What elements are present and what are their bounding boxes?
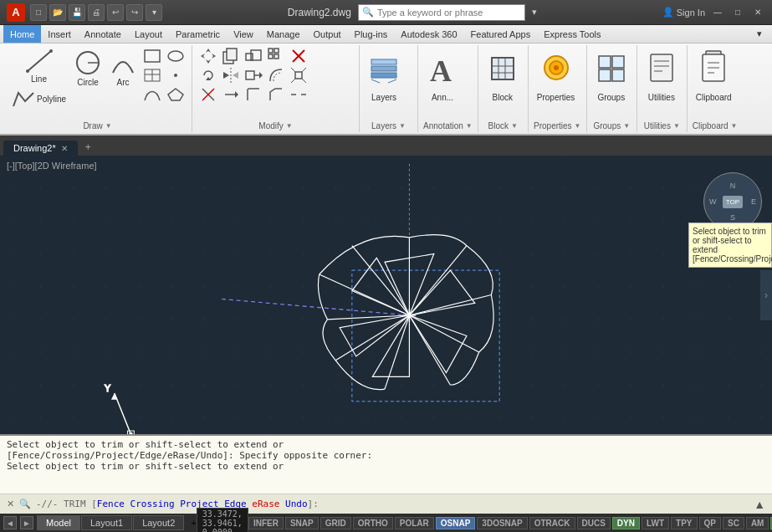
doc-tab-close[interactable]: ✕ (61, 144, 68, 153)
groups-group-label[interactable]: Groups ▼ (592, 121, 631, 130)
menu-featured[interactable]: Featured Apps (464, 25, 538, 43)
ribbon-btn-block[interactable]: Block (483, 47, 522, 105)
cmd-scroll-btn[interactable]: ✕ (7, 499, 14, 509)
modify-array[interactable] (265, 47, 287, 65)
nav-cube-top-face[interactable]: TOP (723, 196, 743, 208)
modify-stretch[interactable] (243, 66, 264, 84)
search-input[interactable] (377, 8, 521, 18)
menu-output[interactable]: Output (307, 25, 348, 43)
status-next-btn[interactable]: ► (20, 516, 33, 529)
modify-copy[interactable] (220, 47, 242, 65)
utilities-group-label[interactable]: Utilities ▼ (642, 121, 682, 130)
menu-annotate[interactable]: Annotate (78, 25, 128, 43)
ribbon-btn-arc[interactable]: Arc (106, 47, 140, 90)
open-btn[interactable]: 📂 (49, 4, 66, 21)
print-btn[interactable]: 🖨 (88, 4, 105, 21)
draw-group-label[interactable]: Draw ▼ (8, 121, 187, 130)
modify-fillet[interactable] (243, 85, 264, 104)
properties-group-label[interactable]: Properties ▼ (534, 121, 581, 130)
modify-trim[interactable] (197, 85, 219, 104)
toggle-polar[interactable]: POLAR (395, 517, 434, 529)
menu-view[interactable]: View (227, 25, 260, 43)
command-input[interactable] (324, 499, 749, 509)
menu-plugins[interactable]: Plug-ins (348, 25, 395, 43)
annotation-group-label[interactable]: Annotation ▼ (423, 121, 473, 130)
app-logo[interactable]: A (7, 3, 25, 22)
menu-expresstools[interactable]: Express Tools (537, 25, 607, 43)
toggle-infer[interactable]: INFER (248, 517, 284, 529)
ribbon-btn-rect[interactable] (141, 47, 163, 65)
toggle-qp[interactable]: QP (699, 517, 721, 529)
toggle-am[interactable]: AM (746, 517, 769, 529)
modify-group-label[interactable]: Modify ▼ (197, 121, 354, 130)
close-button[interactable]: ✕ (750, 6, 765, 19)
modify-chamfer[interactable] (265, 85, 287, 104)
minimize-button[interactable]: — (710, 6, 725, 19)
menu-insert[interactable]: Insert (41, 25, 78, 43)
modify-extend[interactable] (220, 85, 242, 104)
redo-btn[interactable]: ↪ (126, 4, 143, 21)
status-tab-layout2[interactable]: Layout2 (133, 515, 184, 530)
ribbon-btn-point[interactable] (165, 66, 187, 84)
toggle-ortho[interactable]: ORTHO (353, 517, 393, 529)
modify-erase[interactable] (288, 47, 309, 65)
search-box[interactable]: 🔍 (358, 4, 525, 21)
status-prev-btn[interactable]: ◄ (3, 516, 17, 529)
cmd-search-btn[interactable]: 🔍 (19, 499, 31, 509)
ribbon-btn-properties[interactable]: Properties (534, 47, 579, 105)
modify-scale[interactable] (243, 47, 264, 65)
ribbon-btn-spline[interactable] (141, 85, 163, 104)
block-group-label[interactable]: Block ▼ (483, 121, 523, 130)
maximize-button[interactable]: □ (730, 6, 745, 19)
toggle-tpy[interactable]: TPY (671, 517, 697, 529)
more-btn[interactable]: ▾ (146, 4, 162, 21)
modify-break[interactable] (288, 85, 309, 104)
clipboard-group-label[interactable]: Clipboard ▼ (693, 121, 738, 130)
status-tab-model[interactable]: Model (37, 515, 80, 530)
toggle-dyn[interactable]: DYN (612, 517, 640, 529)
toggle-otrack[interactable]: OTRACK (529, 517, 575, 529)
toggle-grid[interactable]: GRID (320, 517, 351, 529)
toggle-lwt[interactable]: LWT (642, 517, 669, 529)
viewport[interactable]: [-][Top][2D Wireframe] (0, 156, 772, 434)
doc-tab-drawing2[interactable]: Drawing2* ✕ (3, 141, 78, 156)
new-btn[interactable]: □ (30, 4, 47, 21)
toggle-sc[interactable]: SC (723, 517, 744, 529)
command-expand[interactable]: ▲ (754, 498, 765, 511)
modify-rotate[interactable] (197, 66, 219, 84)
signin-button[interactable]: 👤 Sign In (662, 7, 705, 18)
toggle-3dosnap[interactable]: 3DOSNAP (477, 517, 527, 529)
viewport-scroll-right[interactable]: › (760, 270, 772, 320)
menu-overflow[interactable]: ▾ (750, 25, 769, 43)
ribbon-btn-polyline[interactable]: Polyline (8, 87, 69, 110)
menu-manage[interactable]: Manage (260, 25, 307, 43)
toggle-osnap[interactable]: OSNAP (436, 517, 476, 529)
ribbon-btn-clipboard[interactable]: Clipboard (693, 47, 735, 105)
modify-mirror[interactable] (220, 66, 242, 84)
modify-explode[interactable] (288, 66, 309, 84)
menu-layout[interactable]: Layout (128, 25, 169, 43)
ribbon-btn-annotation[interactable]: A Ann... (423, 47, 462, 105)
modify-offset[interactable] (265, 66, 287, 84)
toggle-ducs[interactable]: DUCS (577, 517, 611, 529)
ribbon-btn-hatch[interactable] (141, 66, 163, 84)
menu-parametric[interactable]: Parametric (169, 25, 227, 43)
undo-btn[interactable]: ↩ (107, 4, 124, 21)
new-tab-button[interactable]: + (79, 139, 98, 156)
search-more-icon[interactable]: ▾ (532, 7, 537, 18)
ribbon-btn-groups[interactable]: Groups (592, 47, 631, 105)
menu-home[interactable]: Home (3, 25, 41, 43)
viewport-wrapper[interactable]: [-][Top][2D Wireframe] (0, 156, 772, 434)
ribbon-btn-line[interactable]: Line (8, 47, 69, 86)
ribbon-btn-region[interactable] (165, 85, 187, 104)
menu-autodesk360[interactable]: Autodesk 360 (394, 25, 463, 43)
status-tab-layout1[interactable]: Layout1 (81, 515, 132, 530)
layers-group-label[interactable]: Layers ▼ (365, 121, 412, 130)
ribbon-btn-utilities[interactable]: Utilities (642, 47, 681, 105)
ribbon-btn-ellipse[interactable] (165, 47, 187, 65)
modify-move[interactable] (197, 47, 219, 65)
ribbon-btn-layers[interactable]: Layers (365, 47, 403, 105)
save-btn[interactable]: 💾 (69, 4, 85, 21)
toggle-snap[interactable]: SNAP (285, 517, 319, 529)
ribbon-btn-circle[interactable]: Circle (71, 47, 105, 90)
